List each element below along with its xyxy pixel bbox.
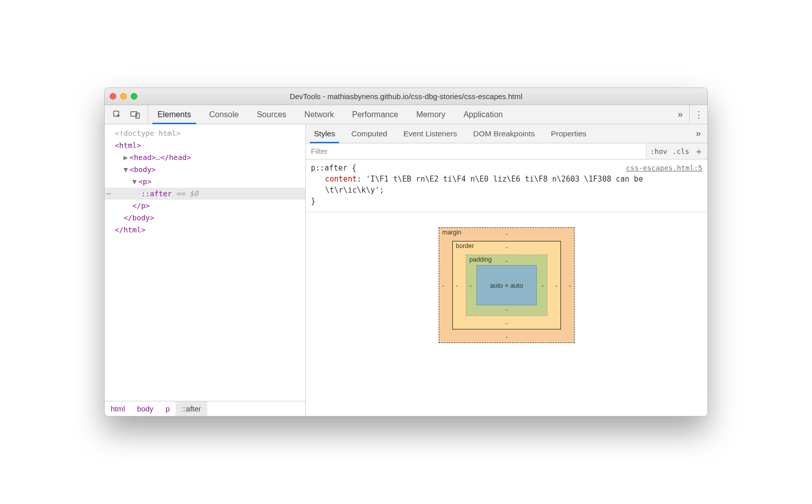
breadcrumb: html body p ::after bbox=[105, 401, 305, 416]
border-bottom: - bbox=[506, 319, 508, 327]
menu-icon[interactable]: ⋮ bbox=[689, 105, 707, 124]
tab-console[interactable]: Console bbox=[200, 105, 248, 124]
crumb-body[interactable]: body bbox=[131, 401, 159, 416]
main-tabs: Elements Console Sources Network Perform… bbox=[148, 105, 671, 124]
padding-left: - bbox=[469, 282, 471, 289]
main-toolbar: Elements Console Sources Network Perform… bbox=[105, 105, 707, 124]
inspect-icon[interactable] bbox=[112, 109, 123, 120]
margin-top: - bbox=[506, 230, 508, 237]
crumb-html[interactable]: html bbox=[105, 401, 131, 416]
new-style-rule-icon[interactable]: ＋ bbox=[694, 145, 703, 157]
boxmodel-content[interactable]: auto × auto bbox=[476, 265, 537, 305]
close-icon[interactable] bbox=[110, 93, 116, 100]
boxmodel-padding[interactable]: padding - - - - auto × auto bbox=[466, 255, 547, 316]
dom-line[interactable]: <!doctype html> bbox=[105, 127, 305, 139]
subtab-properties[interactable]: Properties bbox=[543, 124, 595, 143]
margin-left: - bbox=[442, 282, 444, 289]
border-label: border bbox=[456, 242, 474, 249]
padding-top: - bbox=[506, 257, 508, 265]
dom-panel: <!doctype html><html> ▶<head>…</head> ▼<… bbox=[105, 124, 306, 416]
dom-line[interactable]: </p> bbox=[105, 200, 305, 212]
boxmodel-margin[interactable]: margin - - - - border - - - - padding bbox=[439, 227, 575, 343]
tab-sources[interactable]: Sources bbox=[248, 105, 295, 124]
tab-memory[interactable]: Memory bbox=[407, 105, 454, 124]
traffic-lights bbox=[110, 93, 137, 100]
dom-line[interactable]: ▼<p> bbox=[105, 176, 305, 188]
margin-label: margin bbox=[442, 229, 461, 236]
hov-toggle[interactable]: :hov bbox=[651, 147, 668, 155]
minimize-icon[interactable] bbox=[120, 93, 127, 100]
dom-tree[interactable]: <!doctype html><html> ▶<head>…</head> ▼<… bbox=[105, 124, 305, 401]
border-right: - bbox=[555, 282, 557, 289]
padding-right: - bbox=[542, 282, 544, 289]
rule-source-link[interactable]: css-escapes.html:5 bbox=[626, 162, 702, 174]
tab-elements[interactable]: Elements bbox=[148, 105, 200, 124]
dom-line[interactable]: </body> bbox=[105, 212, 305, 224]
boxmodel-border[interactable]: border - - - - padding - - - - au bbox=[452, 241, 561, 329]
titlebar: DevTools - mathiasbynens.github.io/css-d… bbox=[105, 88, 707, 105]
tabs-overflow-icon[interactable]: » bbox=[671, 105, 689, 124]
padding-bottom: - bbox=[506, 306, 508, 313]
device-toggle-icon[interactable] bbox=[130, 109, 141, 120]
dom-line[interactable]: <html> bbox=[105, 139, 305, 151]
border-top: - bbox=[506, 243, 508, 251]
crumb-after[interactable]: ::after bbox=[176, 401, 207, 416]
styles-subtabs: Styles Computed Event Listeners DOM Brea… bbox=[306, 124, 707, 143]
styles-filter-input[interactable] bbox=[306, 147, 646, 155]
dom-line[interactable]: ▶<head>…</head> bbox=[105, 151, 305, 163]
padding-label: padding bbox=[469, 256, 492, 263]
maximize-icon[interactable] bbox=[131, 93, 137, 100]
margin-right: - bbox=[569, 282, 571, 289]
subtab-eventlisteners[interactable]: Event Listeners bbox=[395, 124, 465, 143]
dom-line[interactable]: </html> bbox=[105, 224, 305, 236]
crumb-p[interactable]: p bbox=[159, 401, 176, 416]
styles-filterbar: :hov .cls ＋ bbox=[306, 143, 707, 159]
window-title: DevTools - mathiasbynens.github.io/css-d… bbox=[105, 92, 707, 101]
rule-declaration: content: 'I\F1 t\EB rn\E2 ti\F4 n\E0 liz… bbox=[311, 174, 702, 196]
dom-line[interactable]: ▼<body> bbox=[105, 163, 305, 176]
cls-toggle[interactable]: .cls bbox=[672, 147, 689, 155]
tab-application[interactable]: Application bbox=[454, 105, 512, 124]
subtab-computed[interactable]: Computed bbox=[343, 124, 395, 143]
svg-rect-2 bbox=[136, 113, 139, 118]
css-rule[interactable]: css-escapes.html:5 p::after { content: '… bbox=[306, 159, 707, 212]
subtabs-overflow-icon[interactable]: » bbox=[689, 124, 707, 143]
tab-network[interactable]: Network bbox=[295, 105, 343, 124]
subtab-styles[interactable]: Styles bbox=[306, 124, 343, 143]
margin-bottom: - bbox=[506, 333, 508, 341]
tab-performance[interactable]: Performance bbox=[343, 105, 408, 124]
styles-panel: Styles Computed Event Listeners DOM Brea… bbox=[306, 124, 707, 416]
dom-line[interactable]: ::after == $0 bbox=[105, 188, 305, 200]
rule-close: } bbox=[311, 196, 702, 207]
boxmodel: margin - - - - border - - - - padding bbox=[306, 212, 707, 416]
subtab-dombreakpoints[interactable]: DOM Breakpoints bbox=[465, 124, 543, 143]
devtools-window: DevTools - mathiasbynens.github.io/css-d… bbox=[104, 88, 708, 416]
border-left: - bbox=[456, 282, 458, 289]
